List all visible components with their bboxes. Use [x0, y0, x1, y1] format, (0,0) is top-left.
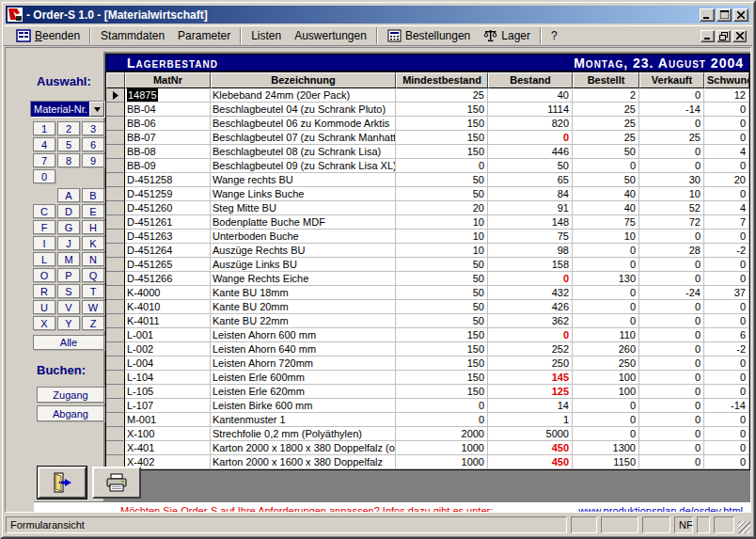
- cell-mindestbestand[interactable]: 25: [396, 88, 488, 103]
- cell-bezeichnung[interactable]: Strechfolie 0,2 mm (Polyäthylen): [211, 427, 396, 441]
- cell-matnr[interactable]: L-002: [125, 342, 211, 357]
- cell-bestellt[interactable]: 40: [573, 201, 639, 215]
- cell-bestellt[interactable]: 0: [573, 314, 639, 328]
- cell-bestellt[interactable]: 0: [573, 427, 639, 441]
- cell-mindestbestand[interactable]: 2000: [396, 427, 488, 441]
- cell-bezeichnung[interactable]: Karton 2000 x 1600 x 380 Doppelfalz: [211, 455, 396, 469]
- cell-bestand[interactable]: 50: [488, 159, 573, 173]
- filter-key-N[interactable]: N: [82, 252, 104, 266]
- cell-schwund[interactable]: 0: [704, 300, 749, 314]
- row-selector[interactable]: [106, 371, 125, 385]
- filter-key-L[interactable]: L: [33, 252, 55, 266]
- filter-key-0[interactable]: 0: [33, 169, 55, 183]
- cell-mindestbestand[interactable]: 50: [396, 272, 488, 286]
- filter-key-Z[interactable]: Z: [82, 316, 104, 330]
- cell-schwund[interactable]: 20: [704, 173, 749, 187]
- cell-bestellt[interactable]: 50: [573, 145, 639, 159]
- cell-bestellt[interactable]: 40: [573, 187, 639, 201]
- row-selector[interactable]: [106, 328, 125, 342]
- cell-matnr[interactable]: 14875: [125, 88, 211, 103]
- chevron-down-icon[interactable]: [89, 102, 104, 117]
- cell-bestand[interactable]: 5000: [488, 427, 573, 441]
- cell-schwund[interactable]: 0: [704, 187, 749, 201]
- cell-bestellt[interactable]: 25: [573, 131, 639, 145]
- cell-bestand[interactable]: 0: [488, 131, 573, 145]
- cell-verkauft[interactable]: 0: [639, 230, 704, 244]
- filter-key-E[interactable]: E: [82, 204, 104, 218]
- column-header[interactable]: Bestellt: [573, 72, 639, 88]
- cell-matnr[interactable]: D-451259: [125, 187, 211, 201]
- cell-bestellt[interactable]: 100: [573, 371, 639, 385]
- row-selector[interactable]: [106, 230, 125, 244]
- cell-matnr[interactable]: D-451263: [125, 230, 211, 244]
- row-selector[interactable]: [106, 88, 125, 103]
- cell-bestand[interactable]: 1: [488, 413, 573, 427]
- filter-key-Q[interactable]: Q: [82, 268, 104, 282]
- cell-matnr[interactable]: BB-04: [125, 103, 211, 117]
- close-button[interactable]: [733, 8, 748, 22]
- cell-bestellt[interactable]: 10: [573, 230, 639, 244]
- cell-bestand[interactable]: 84: [488, 187, 573, 201]
- resize-grip[interactable]: [738, 521, 750, 533]
- cell-bezeichnung[interactable]: Leisten Ahorn 600 mm: [211, 328, 396, 342]
- cell-bestand[interactable]: 145: [488, 371, 573, 385]
- cell-schwund[interactable]: 0: [704, 314, 749, 328]
- cell-matnr[interactable]: K-4000: [125, 286, 211, 300]
- cell-bestellt[interactable]: 2: [573, 88, 639, 103]
- row-selector[interactable]: [106, 413, 125, 427]
- cell-matnr[interactable]: K-4011: [125, 314, 211, 328]
- cell-verkauft[interactable]: 0: [639, 371, 704, 385]
- cell-matnr[interactable]: D-451261: [125, 215, 211, 230]
- menu-beenden[interactable]: Beenden: [9, 27, 87, 44]
- cell-verkauft[interactable]: -24: [639, 286, 704, 300]
- cell-bestand[interactable]: 65: [488, 173, 573, 187]
- cell-matnr[interactable]: BB-07: [125, 131, 211, 145]
- cell-schwund[interactable]: 37: [704, 286, 749, 300]
- mdi-minimize-button[interactable]: [701, 30, 715, 42]
- cell-bezeichnung[interactable]: Kante BU 20mm: [211, 300, 396, 314]
- cell-verkauft[interactable]: 0: [639, 314, 704, 328]
- filter-key-5[interactable]: 5: [57, 137, 80, 151]
- row-selector[interactable]: [106, 103, 125, 117]
- cell-matnr[interactable]: BB-09: [125, 159, 211, 173]
- cell-schwund[interactable]: 0: [704, 159, 749, 173]
- cell-verkauft[interactable]: 0: [639, 413, 704, 427]
- cell-mindestbestand[interactable]: 150: [396, 328, 488, 342]
- filter-key-F[interactable]: F: [33, 220, 55, 234]
- row-selector[interactable]: [106, 117, 125, 131]
- cell-schwund[interactable]: 0: [704, 230, 749, 244]
- menu-bestellungen[interactable]: Bestellungen: [381, 27, 477, 44]
- cell-bestellt[interactable]: 50: [573, 173, 639, 187]
- cell-mindestbestand[interactable]: 0: [396, 399, 488, 413]
- row-selector[interactable]: [106, 173, 125, 187]
- cell-bezeichnung[interactable]: Auszüge Links BU: [211, 258, 396, 272]
- cell-matnr[interactable]: D-451265: [125, 258, 211, 272]
- row-selector[interactable]: [106, 159, 125, 173]
- cell-bestand[interactable]: 98: [488, 244, 573, 258]
- cell-bestellt[interactable]: 0: [573, 159, 639, 173]
- cell-bestellt[interactable]: 25: [573, 117, 639, 131]
- filter-key-2[interactable]: 2: [57, 121, 80, 135]
- cell-verkauft[interactable]: 0: [639, 455, 704, 469]
- cell-bestellt[interactable]: 0: [573, 413, 639, 427]
- cell-matnr[interactable]: BB-06: [125, 117, 211, 131]
- cell-mindestbestand[interactable]: 10: [396, 215, 488, 230]
- cell-schwund[interactable]: 0: [704, 258, 749, 272]
- cell-bezeichnung[interactable]: Leisten Ahorn 640 mm: [211, 342, 396, 357]
- filter-key-U[interactable]: U: [33, 300, 55, 314]
- filter-key-J[interactable]: J: [57, 236, 80, 250]
- cell-verkauft[interactable]: -14: [639, 103, 704, 117]
- filter-key-G[interactable]: G: [57, 220, 80, 234]
- cell-bezeichnung[interactable]: Karton 2000 x 1800 x 380 Doppelfalz (ol: [211, 441, 396, 455]
- cell-bezeichnung[interactable]: Wange Links Buche: [211, 187, 396, 201]
- cell-bezeichnung[interactable]: Leisten Erle 620mm: [211, 385, 396, 399]
- cell-mindestbestand[interactable]: 1000: [396, 441, 488, 455]
- cell-mindestbestand[interactable]: 50: [396, 187, 488, 201]
- cell-bezeichnung[interactable]: Klebeband 24mm (20er Pack): [211, 88, 396, 103]
- menu-stammdaten[interactable]: Stammdaten: [94, 27, 171, 44]
- filter-key-T[interactable]: T: [82, 284, 104, 298]
- filter-key-V[interactable]: V: [57, 300, 80, 314]
- cell-verkauft[interactable]: 0: [639, 145, 704, 159]
- cell-matnr[interactable]: L-107: [125, 399, 211, 413]
- cell-mindestbestand[interactable]: 150: [396, 385, 488, 399]
